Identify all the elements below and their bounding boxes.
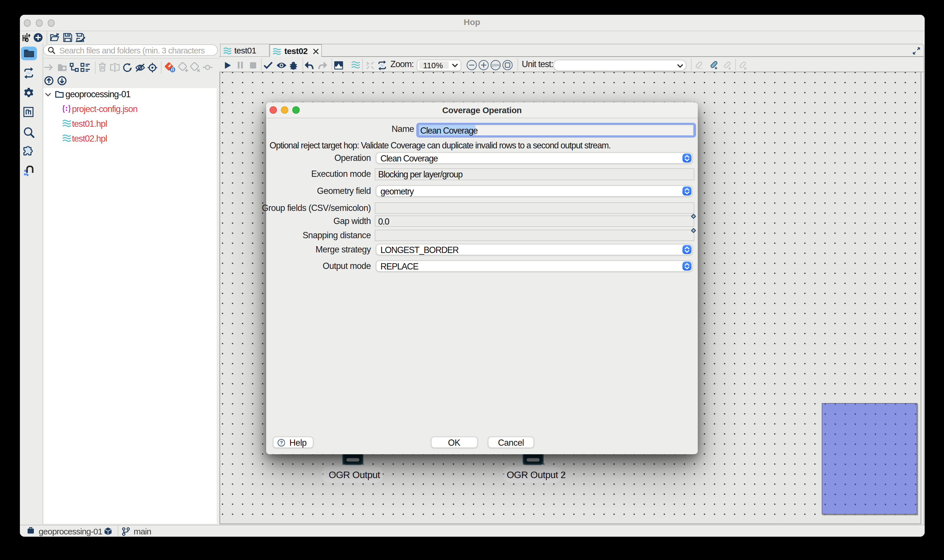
svg-text:100%: 100%	[491, 63, 500, 68]
svg-text:?: ?	[280, 440, 282, 445]
